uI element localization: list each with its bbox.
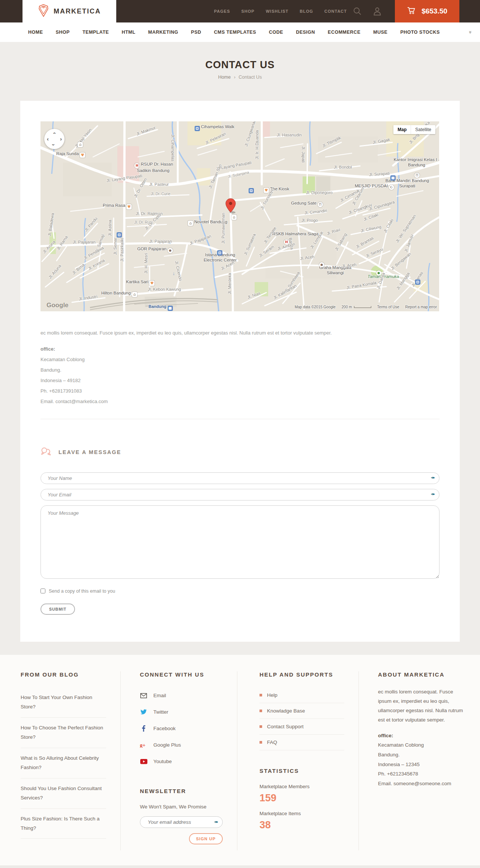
- address-line: Kecamatan Coblong: [40, 354, 440, 365]
- address-line: Indonesia – 12345: [378, 760, 466, 769]
- content-card: Raja SundaΨJl. Haji Yasin⌂▢Cihampelas Wa…: [20, 101, 460, 642]
- submit-button[interactable]: SUBMIT: [40, 604, 75, 615]
- google-map[interactable]: Raja SundaΨJl. Haji Yasin⌂▢Cihampelas Wa…: [40, 121, 439, 311]
- social-item-facebook[interactable]: Facebook: [140, 720, 223, 737]
- map-label-text: Jl. Pasteur: [149, 182, 169, 187]
- bullet-icon: [260, 710, 262, 712]
- menu-item-cms-templates[interactable]: CMS TEMPLATES: [214, 30, 256, 35]
- blog-link[interactable]: How To Start Your Own Fashion Store?: [21, 695, 92, 710]
- blog-link[interactable]: How To Choose The Perfect Fashion Store?: [21, 725, 103, 740]
- map-label-text: Cihampelas Walk: [201, 124, 234, 129]
- form-heading: LEAVE A MESSAGE: [58, 449, 121, 455]
- blog-link[interactable]: Should You Use Fashion Consultant Servic…: [21, 786, 102, 801]
- header-nav-pages[interactable]: PAGES: [214, 9, 230, 13]
- map-view-button[interactable]: Map: [393, 125, 411, 134]
- social-item-youtube[interactable]: Youtube: [140, 753, 223, 770]
- pan-down-icon[interactable]: ›: [51, 144, 57, 146]
- help-link-contact-support[interactable]: Contact Support: [267, 724, 304, 729]
- header-nav-contact[interactable]: CONTACT: [324, 9, 347, 13]
- email-input[interactable]: [40, 489, 440, 500]
- user-account-icon[interactable]: [373, 7, 382, 17]
- map-label: Jl. Pasteur: [149, 182, 169, 187]
- cart-button[interactable]: $653.50: [395, 0, 459, 22]
- satellite-view-button[interactable]: Satellite: [411, 125, 435, 134]
- map-label: Hilton Bandung⌂: [101, 291, 138, 297]
- help-link-knowladge-base[interactable]: Knowladge Base: [267, 708, 305, 714]
- social-link-youtube[interactable]: Youtube: [153, 759, 172, 764]
- social-link-facebook[interactable]: Facebook: [153, 726, 176, 731]
- menu-more-chevron-icon[interactable]: «: [467, 31, 473, 34]
- header-nav-shop[interactable]: SHOP: [242, 9, 255, 13]
- facebook-icon: [140, 725, 147, 732]
- map-label: ▢: [116, 231, 123, 238]
- map-label: Jl. Bondol: [334, 165, 352, 170]
- social-item-google-plus[interactable]: g+Google Plus: [140, 737, 223, 753]
- menu-item-home[interactable]: HOME: [28, 30, 43, 35]
- pan-up-icon[interactable]: ›: [51, 132, 57, 134]
- social-link-email[interactable]: Email: [153, 693, 166, 698]
- blog-link[interactable]: What is So Alluring About Celebrity Fash…: [21, 755, 99, 770]
- map-label-text: Jl. Merdeka: [227, 273, 232, 294]
- social-item-email[interactable]: Email: [140, 687, 223, 704]
- connect-heading: CONNECT WITH US: [140, 671, 223, 678]
- menu-item-muse[interactable]: MUSE: [373, 30, 387, 35]
- map-label: Kartika SariΨ: [126, 279, 156, 286]
- menu-item-shop[interactable]: SHOP: [56, 30, 70, 35]
- address-line: Ph. +6212345678: [378, 769, 466, 779]
- blog-link[interactable]: Plus Size Fashion: Is There Such a Thing…: [21, 816, 100, 831]
- page-hero: CONTACT US Home › Contact Us: [0, 42, 480, 101]
- menu-item-code[interactable]: CODE: [269, 30, 283, 35]
- header-nav-blog[interactable]: BLOG: [300, 9, 313, 13]
- map-pan-control[interactable]: › › ‹ ›: [44, 129, 64, 149]
- menu-item-psd[interactable]: PSD: [191, 30, 201, 35]
- help-list-item: Contact Support: [260, 719, 344, 735]
- map-label: ▤: [389, 174, 397, 181]
- terms-of-use-link[interactable]: Terms of Use: [377, 305, 399, 309]
- menu-item-marketing[interactable]: MARKETING: [148, 30, 178, 35]
- pan-right-icon[interactable]: ›: [60, 136, 62, 142]
- report-map-error-link[interactable]: Report a map error: [405, 305, 437, 309]
- map-label: Raja SundaΨ: [56, 151, 86, 158]
- map-label-text: GOR Pajajaran: [137, 247, 166, 251]
- map-label-text: Prima Rasa: [103, 203, 125, 208]
- blog-list-item: What is So Alluring About Celebrity Fash…: [21, 748, 106, 778]
- newsletter-email-input[interactable]: [140, 816, 223, 828]
- map-label-text: Bandung: [148, 304, 166, 309]
- search-icon[interactable]: [353, 7, 362, 17]
- map-label: Bandung▣: [148, 304, 174, 311]
- social-item-twitter[interactable]: Twitter: [140, 704, 223, 720]
- social-link-twitter[interactable]: Twitter: [153, 709, 168, 715]
- header-nav-wishlist[interactable]: WISHLIST: [266, 9, 289, 13]
- hotel-icon: ⌂: [231, 215, 237, 220]
- address-line: Kecamatan Coblong: [378, 740, 466, 750]
- map-label: Kantor Imigrasi Kelas I - Bandung: [392, 157, 439, 168]
- help-link-faq[interactable]: FAQ: [267, 740, 277, 745]
- breadcrumb-home-link[interactable]: Home: [218, 75, 231, 80]
- menu-item-html[interactable]: HTML: [122, 30, 135, 35]
- signup-button[interactable]: SIGN UP: [189, 833, 223, 844]
- send-copy-checkbox[interactable]: [40, 589, 45, 593]
- menu-item-template[interactable]: TEMPLATE: [82, 30, 109, 35]
- social-link-google-plus[interactable]: Google Plus: [153, 742, 181, 748]
- map-label: Jl. Astina: [108, 220, 112, 236]
- station-icon: ▣: [168, 306, 173, 311]
- blog-list-item: How To Choose The Perfect Fashion Store?: [21, 718, 106, 748]
- help-link-help[interactable]: Help: [267, 692, 278, 698]
- message-form-section: LEAVE A MESSAGE ✒ ✒ Send a copy of this …: [40, 419, 440, 615]
- contact-info: ec mollis lorem consequat. Fusce ipsum e…: [40, 329, 440, 407]
- office-label: office:: [40, 344, 440, 354]
- pan-left-icon[interactable]: ‹: [47, 136, 49, 142]
- site-logo[interactable]: MARKETICA: [22, 0, 116, 22]
- message-textarea[interactable]: [40, 505, 440, 579]
- menu-item-ecommerce[interactable]: ECOMMERCE: [328, 30, 360, 35]
- menu-item-design[interactable]: DESIGN: [296, 30, 315, 35]
- blog-heading: FROM OUR BLOG: [21, 671, 106, 678]
- map-label-text: Jl. Japati: [301, 146, 306, 163]
- menu-item-photo-stocks[interactable]: PHOTO STOCKS: [400, 30, 440, 35]
- map-label-text: Jl. Pasirkaliki: [120, 238, 124, 262]
- map-label-text: Jl. Cihampelas: [171, 134, 175, 161]
- address-line: Email. contact@marketica.com: [40, 396, 440, 407]
- map-label: Jl. Cihampelas: [170, 134, 175, 161]
- address-line: Indonesia – 49182: [40, 375, 440, 386]
- name-input[interactable]: [40, 472, 440, 484]
